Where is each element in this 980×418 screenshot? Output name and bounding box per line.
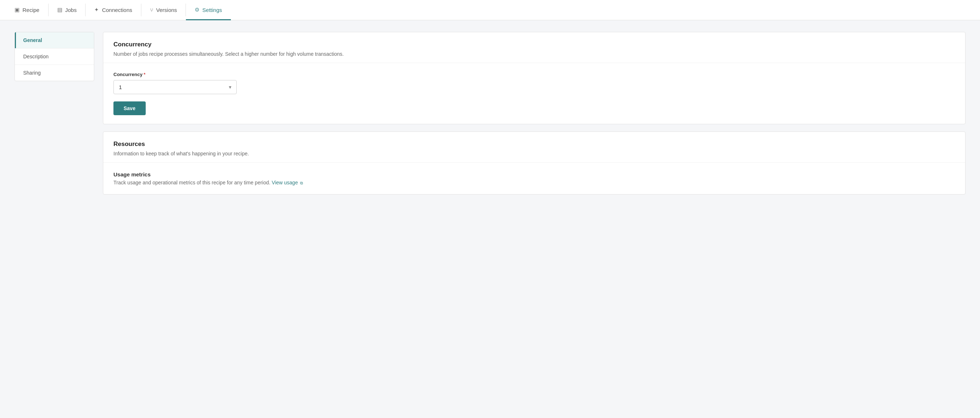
tab-jobs[interactable]: ▤ Jobs bbox=[49, 0, 86, 20]
concurrency-description: Number of jobs recipe processes simultan… bbox=[113, 51, 955, 57]
concurrency-select[interactable]: 1 2 3 4 5 10 bbox=[113, 80, 237, 94]
concurrency-card-header: Concurrency Number of jobs recipe proces… bbox=[103, 32, 965, 63]
sidebar-card: General Description Sharing bbox=[14, 32, 94, 81]
sidebar-sharing-label: Sharing bbox=[23, 70, 41, 76]
sidebar: General Description Sharing bbox=[14, 32, 94, 407]
concurrency-card: Concurrency Number of jobs recipe proces… bbox=[103, 32, 966, 124]
usage-metrics-title: Usage metrics bbox=[113, 171, 955, 178]
tab-recipe-label: Recipe bbox=[22, 7, 40, 13]
sidebar-item-sharing[interactable]: Sharing bbox=[15, 65, 94, 81]
recipe-icon: ▣ bbox=[14, 6, 19, 13]
concurrency-title: Concurrency bbox=[113, 41, 955, 48]
main-layout: General Description Sharing Concurrency … bbox=[0, 20, 980, 418]
content-area: Concurrency Number of jobs recipe proces… bbox=[103, 32, 966, 407]
versions-icon: ⑂ bbox=[150, 7, 153, 13]
concurrency-card-body: Concurrency * 1 2 3 4 5 10 ▼ Save bbox=[103, 63, 965, 124]
resources-card: Resources Information to keep track of w… bbox=[103, 132, 966, 194]
settings-icon: ⚙ bbox=[195, 6, 199, 13]
resources-description: Information to keep track of what's happ… bbox=[113, 151, 955, 156]
sidebar-item-description[interactable]: Description bbox=[15, 49, 94, 65]
tab-versions[interactable]: ⑂ Versions bbox=[142, 0, 186, 20]
concurrency-select-wrapper: 1 2 3 4 5 10 ▼ bbox=[113, 80, 237, 94]
view-usage-link[interactable]: View usage ⧉ bbox=[272, 180, 303, 186]
top-nav: ▣ Recipe ▤ Jobs ✦ Connections ⑂ Versions… bbox=[0, 0, 980, 20]
sidebar-description-label: Description bbox=[23, 54, 49, 59]
usage-metrics-text: Track usage and operational metrics of t… bbox=[113, 180, 955, 186]
sidebar-general-label: General bbox=[23, 37, 42, 43]
sidebar-item-general[interactable]: General bbox=[15, 32, 94, 48]
tab-jobs-label: Jobs bbox=[65, 7, 77, 13]
tab-settings-label: Settings bbox=[202, 7, 222, 13]
resources-card-body: Usage metrics Track usage and operationa… bbox=[103, 163, 965, 194]
tab-connections[interactable]: ✦ Connections bbox=[86, 0, 141, 20]
required-indicator: * bbox=[143, 72, 145, 77]
resources-title: Resources bbox=[113, 141, 955, 148]
tab-versions-label: Versions bbox=[156, 7, 177, 13]
tab-recipe[interactable]: ▣ Recipe bbox=[6, 0, 48, 20]
save-button[interactable]: Save bbox=[113, 102, 146, 115]
resources-card-header: Resources Information to keep track of w… bbox=[103, 132, 965, 163]
tab-connections-label: Connections bbox=[102, 7, 132, 13]
connections-icon: ✦ bbox=[94, 6, 99, 13]
tab-settings[interactable]: ⚙ Settings bbox=[186, 0, 231, 20]
jobs-icon: ▤ bbox=[57, 6, 62, 13]
external-link-icon: ⧉ bbox=[300, 181, 303, 185]
concurrency-field-label: Concurrency * bbox=[113, 72, 955, 77]
